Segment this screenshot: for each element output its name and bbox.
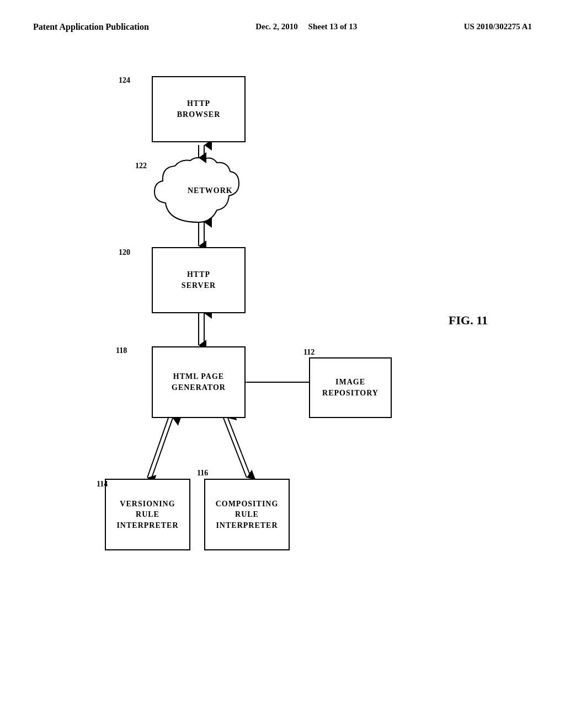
page-header: Patent Application Publication Dec. 2, 2… xyxy=(33,22,532,32)
ref-122: 122 xyxy=(135,162,147,170)
ref-112: 112 xyxy=(303,348,315,357)
diagram-svg xyxy=(33,49,532,672)
svg-line-12 xyxy=(228,418,251,478)
ref-120: 120 xyxy=(119,248,130,257)
html-page-generator-label: HTML PAGEGENERATOR xyxy=(172,371,226,393)
page: Patent Application Publication Dec. 2, 2… xyxy=(0,0,565,728)
svg-line-10 xyxy=(152,418,173,478)
diagram-area: HTTPBROWSER 124 NETWORK 122 HTTPSERVER 1… xyxy=(33,49,532,672)
date: Dec. 2, 2010 xyxy=(255,22,298,31)
header-center: Dec. 2, 2010 Sheet 13 of 13 xyxy=(255,22,357,31)
image-repository-label: IMAGEREPOSITORY xyxy=(322,377,379,398)
publication-title: Patent Application Publication xyxy=(33,22,149,32)
sheet-info: Sheet 13 of 13 xyxy=(308,22,358,31)
svg-line-9 xyxy=(147,418,168,478)
compositing-rule-interpreter-label: COMPOSITINGRULEINTERPRETER xyxy=(216,499,279,531)
html-page-generator-box: HTML PAGEGENERATOR xyxy=(152,346,246,418)
network-label: NETWORK xyxy=(188,186,233,195)
http-browser-label: HTTPBROWSER xyxy=(177,98,221,120)
patent-number: US 2010/302275 A1 xyxy=(464,22,532,31)
figure-label: FIG. 11 xyxy=(449,313,488,328)
http-server-box: HTTPSERVER xyxy=(152,247,246,313)
ref-124: 124 xyxy=(119,76,130,85)
ref-118: 118 xyxy=(116,346,127,355)
versioning-rule-interpreter-box: VERSIONINGRULEINTERPRETER xyxy=(105,479,190,550)
compositing-rule-interpreter-box: COMPOSITINGRULEINTERPRETER xyxy=(204,479,290,550)
http-browser-box: HTTPBROWSER xyxy=(152,76,246,142)
ref-116: 116 xyxy=(197,469,208,478)
image-repository-box: IMAGEREPOSITORY xyxy=(309,357,392,418)
versioning-rule-interpreter-label: VERSIONINGRULEINTERPRETER xyxy=(116,499,178,531)
http-server-label: HTTPSERVER xyxy=(182,269,216,291)
svg-line-11 xyxy=(223,418,247,478)
ref-114: 114 xyxy=(97,480,108,489)
